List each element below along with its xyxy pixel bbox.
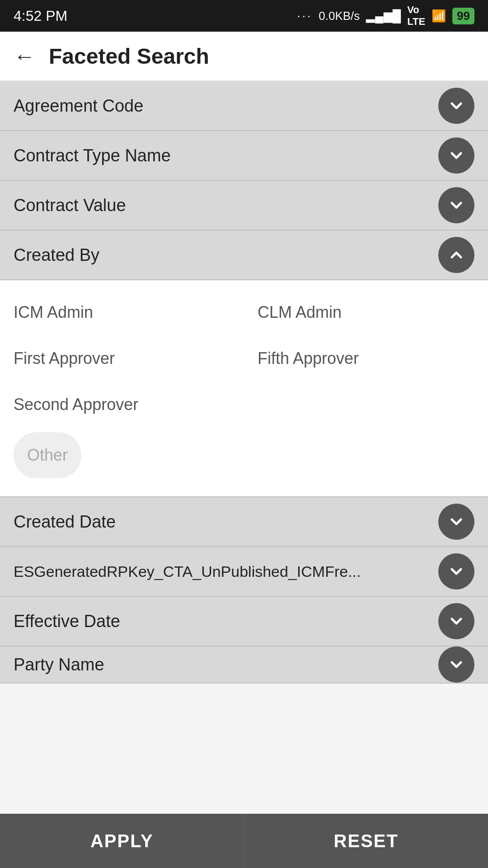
facet-label-created-by: Created By [14,245,99,265]
chevron-down-icon [447,146,465,165]
chevron-down-button-contract-type-name[interactable] [438,137,474,174]
list-item-first-approver[interactable]: First Approver [0,335,244,382]
back-button[interactable]: ← [14,44,35,69]
facet-label-party-name: Party Name [14,655,104,675]
reset-button[interactable]: RESET [244,814,488,868]
chevron-up-icon [447,246,465,264]
facet-row-created-date[interactable]: Created Date [0,497,488,547]
bottom-bar: APPLY RESET [0,814,488,868]
chevron-down-icon [447,562,465,580]
chevron-down-icon [447,656,465,674]
facet-row-created-by[interactable]: Created By [0,231,488,280]
lte-icon: VoLTE [407,4,425,28]
list-item-clm-admin[interactable]: CLM Admin [244,289,488,335]
chevron-down-icon [447,196,465,214]
speed-indicator: 0.0KB/s [319,9,360,23]
battery-icon: 99 [452,8,474,24]
facet-label-created-date: Created Date [14,512,116,532]
facet-label-esgeneratedrpkey: ESGeneratedRPKey_CTA_UnPublished_ICMFre.… [14,563,361,580]
facet-row-party-name[interactable]: Party Name [0,646,488,684]
facet-label-contract-value: Contract Value [14,196,126,215]
facet-row-agreement-code[interactable]: Agreement Code [0,81,488,131]
list-item-other[interactable]: Other [14,432,81,478]
chevron-down-button-contract-value[interactable] [438,187,474,223]
facet-label-contract-type-name: Contract Type Name [14,146,171,165]
header: ← Faceted Search [0,32,488,81]
chevron-up-button-created-by[interactable] [438,237,474,273]
chevron-down-icon [447,612,465,630]
status-bar: 4:52 PM ··· 0.0KB/s ▂▄▆█ VoLTE 📶 99 [0,0,488,32]
signal-bars-icon: ▂▄▆█ [366,9,401,23]
chevron-down-icon [447,97,465,115]
list-item-second-approver[interactable]: Second Approver [0,382,244,428]
status-icons: ··· 0.0KB/s ▂▄▆█ VoLTE 📶 99 [297,4,474,28]
chevron-down-icon [447,513,465,531]
facet-row-contract-value[interactable]: Contract Value [0,181,488,231]
chevron-down-button-agreement-code[interactable] [438,88,474,124]
chevron-down-button-effective-date[interactable] [438,603,474,639]
created-by-expanded-section: ICM Admin CLM Admin First Approver Fifth… [0,280,488,497]
chevron-down-button-party-name[interactable] [438,646,474,683]
status-time: 4:52 PM [14,8,67,24]
facet-row-esgeneratedrpkey[interactable]: ESGeneratedRPKey_CTA_UnPublished_ICMFre.… [0,547,488,597]
facet-list: Agreement Code Contract Type Name Contra… [0,81,488,814]
list-item-fifth-approver[interactable]: Fifth Approver [244,335,488,382]
chevron-down-button-created-date[interactable] [438,504,474,540]
signal-dots-icon: ··· [297,9,313,23]
facet-row-effective-date[interactable]: Effective Date [0,597,488,646]
created-by-grid: ICM Admin CLM Admin First Approver Fifth… [0,289,488,428]
apply-button[interactable]: APPLY [0,814,244,868]
facet-label-effective-date: Effective Date [14,612,120,631]
facet-label-agreement-code: Agreement Code [14,96,143,116]
wifi-icon: 📶 [432,9,446,23]
list-item-icm-admin[interactable]: ICM Admin [0,289,244,335]
chevron-down-button-esgeneratedrpkey[interactable] [438,553,474,590]
facet-row-contract-type-name[interactable]: Contract Type Name [0,131,488,181]
page-title: Faceted Search [49,44,209,69]
